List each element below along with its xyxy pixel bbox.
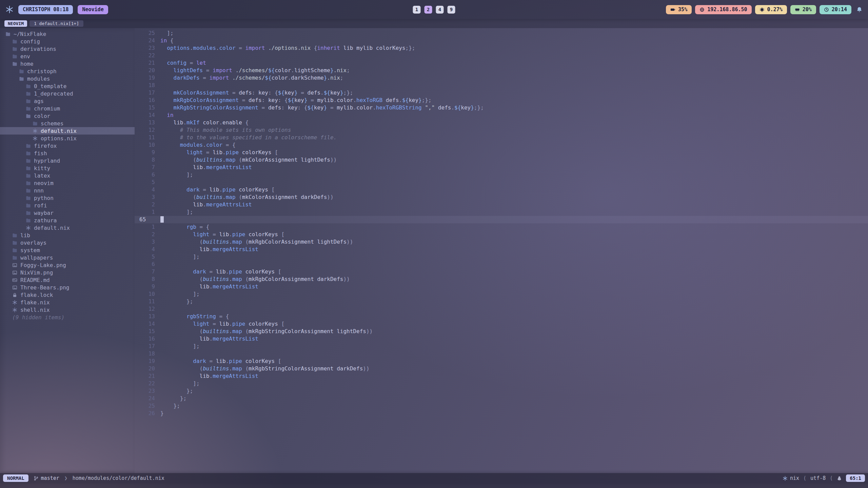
code-line[interactable]: 9 lib.mergeAttrsList <box>135 283 868 290</box>
tree-item-ags[interactable]: ags <box>0 97 135 105</box>
code-line[interactable]: 9 light = lib.pipe colorKeys [ <box>135 149 868 156</box>
code-line[interactable]: 16 lib.mergeAttrsList <box>135 335 868 343</box>
code-line[interactable]: 25 }; <box>135 402 868 410</box>
code-line[interactable]: 24 }; <box>135 395 868 402</box>
code-line[interactable]: 13 rgbString = { <box>135 313 868 320</box>
tree-item-0-template[interactable]: 0_template <box>0 82 135 90</box>
code-line[interactable]: 5 <box>135 179 868 186</box>
tree-item-nnn[interactable]: nnn <box>0 187 135 194</box>
code-line[interactable]: 1 rgb = { <box>135 223 868 231</box>
code-line[interactable]: 14 in <box>135 111 868 119</box>
code-line[interactable]: 26} <box>135 410 868 417</box>
tree-item-config[interactable]: config <box>0 38 135 45</box>
code-line[interactable]: 18 <box>135 82 868 89</box>
code-line[interactable]: 23 }; <box>135 387 868 395</box>
workspace-button-1[interactable]: 1 <box>413 6 421 14</box>
code-line[interactable]: 10 ]; <box>135 290 868 298</box>
code-line[interactable]: 19 dark = lib.pipe colorKeys [ <box>135 358 868 365</box>
tree-item-flake-nix[interactable]: flake.nix <box>0 299 135 306</box>
code-line[interactable]: 2 lib.mergeAttrsList <box>135 201 868 208</box>
code-line-current[interactable]: 65 <box>135 216 868 223</box>
code-line[interactable]: 20 lightDefs = import ./schemes/${color.… <box>135 67 868 74</box>
code-line[interactable]: 12 <box>135 305 868 313</box>
code-line[interactable]: 3 (builtins.map (mkRgbColorAssignment li… <box>135 238 868 246</box>
tree-item-chromium[interactable]: chromium <box>0 105 135 112</box>
code-line[interactable]: 6 ]; <box>135 171 868 179</box>
tree-item-options-nix[interactable]: options.nix <box>0 135 135 142</box>
tree-item-waybar[interactable]: waybar <box>0 209 135 217</box>
code-line[interactable]: 13 lib.mkIf color.enable { <box>135 119 868 126</box>
code-line[interactable]: 22 <box>135 52 868 59</box>
tree-item-env[interactable]: env <box>0 53 135 60</box>
tree-item-fish[interactable]: fish <box>0 149 135 157</box>
code-line[interactable]: 11 }; <box>135 298 868 305</box>
tree-item-lib[interactable]: lib <box>0 231 135 239</box>
code-line[interactable]: 20 (builtins.map (mkRgbStringColorAssign… <box>135 365 868 372</box>
tree-item-overlays[interactable]: overlays <box>0 239 135 246</box>
tree-item-derivations[interactable]: derivations <box>0 45 135 53</box>
tree-item-wallpapers[interactable]: wallpapers <box>0 254 135 261</box>
tree-item-firefox[interactable]: firefox <box>0 142 135 149</box>
code-line[interactable]: 4 lib.mergeAttrsList <box>135 246 868 253</box>
code-line[interactable]: 16 mkRgbColorAssignment = defs: key: {${… <box>135 97 868 104</box>
code-line[interactable]: 17 ]; <box>135 343 868 350</box>
workspace-button-2[interactable]: 2 <box>425 6 432 14</box>
workspace-button-4[interactable]: 4 <box>436 6 444 14</box>
tree-item-foggy-lake-png[interactable]: Foggy-Lake.png <box>0 261 135 269</box>
code-line[interactable]: 23 options.modules.color = import ./opti… <box>135 44 868 52</box>
tree-item-hyprland[interactable]: hyprland <box>0 157 135 164</box>
code-line[interactable]: 15 mkRgbStringColorAssignment = defs: ke… <box>135 104 868 111</box>
tree-item-kitty[interactable]: kitty <box>0 164 135 172</box>
code-line[interactable]: 21 config = let <box>135 59 868 67</box>
code-line[interactable]: 6 <box>135 261 868 268</box>
code-line[interactable]: 7 dark = lib.pipe colorKeys [ <box>135 268 868 276</box>
nix-icon <box>12 307 17 312</box>
tree-item-readme-md[interactable]: README.md <box>0 276 135 284</box>
tree-item-christoph[interactable]: christoph <box>0 67 135 75</box>
code-line[interactable]: 3 (builtins.map (mkColorAssignment darkD… <box>135 194 868 201</box>
code-line[interactable]: 7 lib.mergeAttrsList <box>135 164 868 171</box>
bell-icon[interactable] <box>856 6 863 13</box>
tree-item-1-deprecated[interactable]: 1_deprecated <box>0 90 135 97</box>
code-line[interactable]: 22 ]; <box>135 380 868 387</box>
tree-item-nixvim-png[interactable]: NixVim.png <box>0 269 135 276</box>
code-line[interactable]: 11 # to the values specified in a colors… <box>135 134 868 141</box>
workspace-button-9[interactable]: 9 <box>448 6 455 14</box>
code-line[interactable]: 4 dark = lib.pipe colorKeys [ <box>135 186 868 194</box>
code-line[interactable]: 10 modules.color = { <box>135 141 868 149</box>
tree-item-flake-lock[interactable]: flake.lock <box>0 291 135 299</box>
tree-item-zathura[interactable]: zathura <box>0 217 135 224</box>
tree-item-python[interactable]: python <box>0 194 135 202</box>
code-line[interactable]: 24in { <box>135 37 868 44</box>
code-line[interactable]: 5 ]; <box>135 253 868 261</box>
tree-item-9-hidden-items[interactable]: (9 hidden items) <box>0 313 135 321</box>
code-line[interactable]: 15 (builtins.map (mkRgbStringColorAssign… <box>135 328 868 335</box>
tree-item-three-bears-png[interactable]: Three-Bears.png <box>0 284 135 291</box>
code-line[interactable]: 8 (builtins.map (mkRgbColorAssignment da… <box>135 276 868 283</box>
tree-item-modules[interactable]: modules <box>0 75 135 82</box>
buffer-tab[interactable]: 1 default.nix[1+] <box>29 20 83 27</box>
code-line[interactable]: 14 light = lib.pipe colorKeys [ <box>135 320 868 328</box>
tree-item-nixflake[interactable]: ~/NixFlake <box>0 30 135 38</box>
tree-item-neovim[interactable]: neovim <box>0 179 135 187</box>
tree-item-shell-nix[interactable]: shell.nix <box>0 306 135 313</box>
code-line[interactable]: 2 light = lib.pipe colorKeys [ <box>135 231 868 238</box>
code-line[interactable]: 19 darkDefs = import ./schemes/${color.d… <box>135 74 868 82</box>
tree-item-home[interactable]: home <box>0 60 135 67</box>
code-line[interactable]: 8 (builtins.map (mkColorAssignment light… <box>135 156 868 164</box>
tree-item-color[interactable]: color <box>0 112 135 120</box>
tree-item-schemes[interactable]: schemes <box>0 120 135 127</box>
tree-item-default-nix[interactable]: default.nix <box>0 224 135 231</box>
editor[interactable]: 25 ];24in {23 options.modules.color = im… <box>135 28 868 473</box>
code-line[interactable]: 17 mkColorAssignment = defs: key: {${key… <box>135 89 868 97</box>
code-line[interactable]: 18 <box>135 350 868 358</box>
code-line[interactable]: 25 ]; <box>135 29 868 37</box>
code-line[interactable]: 1 ]; <box>135 208 868 216</box>
code-line[interactable]: 12 # This module sets its own options <box>135 126 868 134</box>
tree-item-label: overlays <box>20 240 46 246</box>
code-line[interactable]: 21 lib.mergeAttrsList <box>135 372 868 380</box>
tree-item-system[interactable]: system <box>0 246 135 254</box>
tree-item-rofi[interactable]: rofi <box>0 202 135 209</box>
tree-item-latex[interactable]: latex <box>0 172 135 179</box>
tree-item-default-nix[interactable]: default.nix <box>0 127 135 135</box>
